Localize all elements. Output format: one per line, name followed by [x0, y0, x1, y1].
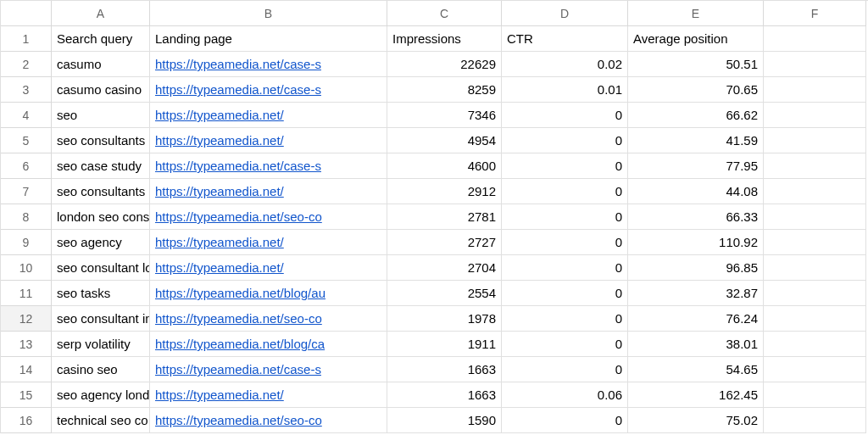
- cell-impressions[interactable]: 4600: [387, 153, 502, 179]
- col-header-A[interactable]: A: [52, 1, 150, 26]
- cell-ctr[interactable]: 0: [502, 103, 628, 128]
- cell-landing-link[interactable]: https://typeamedia.net/blog/ca: [150, 332, 387, 357]
- cell-query[interactable]: seo consultants: [52, 179, 150, 204]
- cell-empty[interactable]: [764, 255, 866, 281]
- cell-impressions[interactable]: 8259: [387, 77, 502, 103]
- cell-impressions[interactable]: 1978: [387, 306, 502, 332]
- cell-impressions[interactable]: 1911: [387, 332, 502, 357]
- cell-empty[interactable]: [764, 230, 866, 255]
- cell-ctr[interactable]: 0.01: [502, 77, 628, 103]
- cell-impressions[interactable]: 4954: [387, 128, 502, 153]
- cell-avgpos[interactable]: 70.65: [628, 77, 764, 103]
- cell-query[interactable]: seo consultant in: [52, 306, 150, 332]
- cell-ctr[interactable]: 0.06: [502, 382, 628, 408]
- cell-empty[interactable]: [764, 179, 866, 204]
- cell-ctr[interactable]: 0: [502, 204, 628, 230]
- cell-avgpos[interactable]: 76.24: [628, 306, 764, 332]
- cell-empty[interactable]: [764, 408, 866, 433]
- row-header[interactable]: 11: [1, 281, 52, 306]
- cell-query[interactable]: seo agency: [52, 230, 150, 255]
- cell-landing-link[interactable]: https://typeamedia.net/seo-co: [150, 408, 387, 433]
- cell-empty[interactable]: [764, 77, 866, 103]
- cell-query[interactable]: seo consultant lo: [52, 255, 150, 281]
- cell-avgpos[interactable]: 44.08: [628, 179, 764, 204]
- cell-avgpos[interactable]: 66.62: [628, 103, 764, 128]
- spreadsheet-grid[interactable]: A B C D E F 1 Search query Landing page …: [0, 0, 868, 433]
- row-header[interactable]: 16: [1, 408, 52, 433]
- cell-query[interactable]: seo tasks: [52, 281, 150, 306]
- row-header[interactable]: 9: [1, 230, 52, 255]
- cell-query[interactable]: london seo cons: [52, 204, 150, 230]
- cell-landing-link[interactable]: https://typeamedia.net/case-s: [150, 153, 387, 179]
- col-header-E[interactable]: E: [628, 1, 764, 26]
- cell-avgpos[interactable]: 162.45: [628, 382, 764, 408]
- cell-ctr[interactable]: 0: [502, 179, 628, 204]
- cell-query[interactable]: casumo: [52, 52, 150, 77]
- cell-landing-link[interactable]: https://typeamedia.net/case-s: [150, 357, 387, 382]
- cell-B1[interactable]: Landing page: [150, 26, 387, 52]
- cell-ctr[interactable]: 0: [502, 357, 628, 382]
- cell-impressions[interactable]: 7346: [387, 103, 502, 128]
- cell-avgpos[interactable]: 66.33: [628, 204, 764, 230]
- cell-ctr[interactable]: 0: [502, 408, 628, 433]
- cell-avgpos[interactable]: 38.01: [628, 332, 764, 357]
- cell-empty[interactable]: [764, 357, 866, 382]
- row-header[interactable]: 12: [1, 306, 52, 332]
- row-header[interactable]: 4: [1, 103, 52, 128]
- cell-query[interactable]: technical seo co: [52, 408, 150, 433]
- cell-empty[interactable]: [764, 153, 866, 179]
- cell-ctr[interactable]: 0.02: [502, 52, 628, 77]
- corner-cell[interactable]: [1, 1, 52, 26]
- cell-impressions[interactable]: 1663: [387, 357, 502, 382]
- cell-avgpos[interactable]: 54.65: [628, 357, 764, 382]
- cell-avgpos[interactable]: 41.59: [628, 128, 764, 153]
- cell-landing-link[interactable]: https://typeamedia.net/: [150, 179, 387, 204]
- cell-impressions[interactable]: 2727: [387, 230, 502, 255]
- col-header-B[interactable]: B: [150, 1, 387, 26]
- cell-empty[interactable]: [764, 52, 866, 77]
- row-header[interactable]: 3: [1, 77, 52, 103]
- cell-empty[interactable]: [764, 332, 866, 357]
- cell-query[interactable]: seo: [52, 103, 150, 128]
- cell-landing-link[interactable]: https://typeamedia.net/case-s: [150, 52, 387, 77]
- col-header-F[interactable]: F: [764, 1, 866, 26]
- cell-landing-link[interactable]: https://typeamedia.net/: [150, 103, 387, 128]
- cell-impressions[interactable]: 2781: [387, 204, 502, 230]
- cell-ctr[interactable]: 0: [502, 281, 628, 306]
- cell-impressions[interactable]: 2912: [387, 179, 502, 204]
- col-header-C[interactable]: C: [387, 1, 502, 26]
- row-header[interactable]: 2: [1, 52, 52, 77]
- cell-empty[interactable]: [764, 281, 866, 306]
- cell-landing-link[interactable]: https://typeamedia.net/blog/au: [150, 281, 387, 306]
- cell-D1[interactable]: CTR: [502, 26, 628, 52]
- row-header[interactable]: 10: [1, 255, 52, 281]
- row-header[interactable]: 8: [1, 204, 52, 230]
- cell-query[interactable]: serp volatility: [52, 332, 150, 357]
- cell-avgpos[interactable]: 110.92: [628, 230, 764, 255]
- row-header[interactable]: 1: [1, 26, 52, 52]
- cell-avgpos[interactable]: 75.02: [628, 408, 764, 433]
- cell-impressions[interactable]: 1663: [387, 382, 502, 408]
- cell-query[interactable]: seo case study: [52, 153, 150, 179]
- cell-empty[interactable]: [764, 306, 866, 332]
- cell-ctr[interactable]: 0: [502, 153, 628, 179]
- cell-landing-link[interactable]: https://typeamedia.net/seo-co: [150, 204, 387, 230]
- cell-avgpos[interactable]: 96.85: [628, 255, 764, 281]
- cell-landing-link[interactable]: https://typeamedia.net/: [150, 128, 387, 153]
- cell-landing-link[interactable]: https://typeamedia.net/case-s: [150, 77, 387, 103]
- row-header[interactable]: 5: [1, 128, 52, 153]
- cell-query[interactable]: seo consultants: [52, 128, 150, 153]
- cell-ctr[interactable]: 0: [502, 306, 628, 332]
- cell-empty[interactable]: [764, 103, 866, 128]
- cell-landing-link[interactable]: https://typeamedia.net/: [150, 230, 387, 255]
- cell-empty[interactable]: [764, 204, 866, 230]
- cell-query[interactable]: seo agency lond: [52, 382, 150, 408]
- cell-F1[interactable]: [764, 26, 866, 52]
- cell-landing-link[interactable]: https://typeamedia.net/seo-co: [150, 306, 387, 332]
- cell-landing-link[interactable]: https://typeamedia.net/: [150, 255, 387, 281]
- cell-impressions[interactable]: 2554: [387, 281, 502, 306]
- cell-avgpos[interactable]: 77.95: [628, 153, 764, 179]
- row-header[interactable]: 13: [1, 332, 52, 357]
- cell-impressions[interactable]: 1590: [387, 408, 502, 433]
- cell-ctr[interactable]: 0: [502, 230, 628, 255]
